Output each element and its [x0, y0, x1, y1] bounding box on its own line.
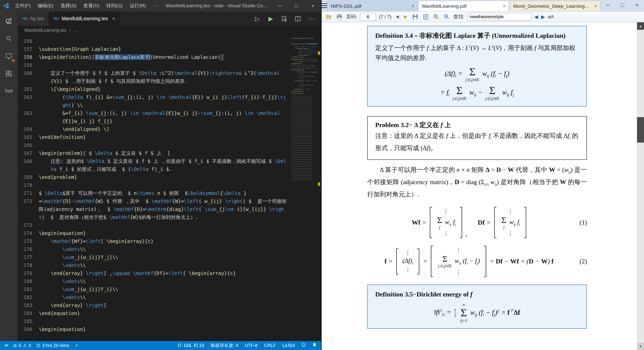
match-case-button[interactable]: aA	[548, 14, 554, 20]
code-line-162[interactable]: 162 (\Delta f)_{i} &=\sum_{j:(i, j) \in …	[18, 93, 289, 109]
find-previous-button[interactable]: ◀	[534, 14, 538, 20]
menu-item-3[interactable]: 查看(V)	[80, 0, 103, 12]
code-line-161[interactable]: 161 \[\begin{aligned}	[18, 85, 289, 93]
pdf-tab-ManifoldLearning.pdf[interactable]: ManifoldLearning.pdf×	[418, 1, 509, 11]
code-line-176[interactable]: 176 \vdots\\	[18, 245, 289, 253]
explorer-icon[interactable]	[1, 14, 16, 28]
close-tab-icon[interactable]: ×	[412, 3, 415, 9]
code-line-173[interactable]: 173	[18, 221, 289, 229]
code-line-165[interactable]: 165\end{definition}	[18, 133, 289, 141]
code-line-169[interactable]: 169\end{problem}	[18, 173, 289, 181]
code-line-178[interactable]: 178 \vdots\\	[18, 261, 289, 269]
breadcrumb-more[interactable]: …	[73, 28, 77, 33]
editor-tab-ManifoldLearning.tex[interactable]: TEXManifoldLearning.tex×	[49, 12, 120, 26]
code-line-167[interactable]: 167\begin{problem}[ $ \Delta $ 定义在 $ f $…	[18, 149, 289, 157]
back-button[interactable]: ◄	[395, 14, 400, 20]
close-tab-icon[interactable]: ×	[503, 3, 506, 9]
code-line-159[interactable]: 159	[18, 61, 289, 69]
search-icon[interactable]	[1, 32, 16, 46]
time-tracker[interactable]: 3 hrs 20 mins	[34, 341, 71, 350]
code-editor[interactable]: 156157\subsection{Graph Laplacian}158\be…	[18, 35, 321, 341]
code-line-185[interactable]: 185	[18, 317, 289, 325]
remote-indicator[interactable]: ><	[3, 341, 10, 350]
breadcrumb-file[interactable]: ManifoldLearning.tex	[25, 28, 66, 33]
pdf-close-button[interactable]: ×	[630, 0, 644, 10]
latex-workshop-icon[interactable]: TeX	[1, 84, 16, 98]
fit-page-icon[interactable]	[422, 13, 429, 21]
zoom-out-icon[interactable]	[432, 13, 440, 21]
save-icon[interactable]	[411, 13, 419, 21]
more-actions-button[interactable]: ⋯	[307, 15, 316, 23]
page-number-input[interactable]	[360, 13, 376, 21]
close-tab-icon[interactable]: ×	[112, 16, 115, 22]
eol-sequence[interactable]: CRLF	[264, 343, 276, 348]
print-icon[interactable]	[336, 13, 343, 21]
pdf-maximize-button[interactable]: □	[615, 0, 630, 10]
open-file-icon[interactable]	[325, 13, 333, 21]
find-next-button[interactable]: ▶	[541, 14, 545, 20]
menu-item-6[interactable]: ···	[149, 0, 161, 12]
minimize-button[interactable]: ─	[272, 0, 288, 12]
menu-item-4[interactable]: 转到(G)	[103, 0, 126, 12]
cursor-position[interactable]: 行 158, 列 33	[178, 342, 204, 348]
code-line-164[interactable]: 164 \end{aligned} \]	[18, 125, 289, 133]
code-line-171[interactable]: 171$ \Delta$算子 可以用一个半正定的 $ n\times n $ 矩…	[18, 189, 289, 197]
menu-item-0[interactable]: 文件(F)	[12, 0, 34, 12]
split-editor-button[interactable]	[294, 15, 302, 23]
find-input[interactable]	[467, 13, 531, 21]
pdf-tab-Monti_Geometric_Deep_Learning_CVPR_2...[interactable]: Monti_Geometric_Deep_Learning_CVPR_2...×	[509, 1, 600, 11]
maximize-button[interactable]: □	[288, 0, 305, 12]
scrollbar-thumb[interactable]	[637, 117, 644, 143]
code-line-174[interactable]: 174\begin{equation}	[18, 229, 289, 237]
code-line-183[interactable]: 183 \end{array} \right]	[18, 301, 289, 309]
extensions-icon[interactable]	[1, 67, 16, 81]
code-line-181[interactable]: 181 \sum_j{w_{ij}f_i}\\	[18, 285, 289, 293]
pdf-page: Definition 3.4－非标准化图 Laplace 算子 (Unnorma…	[322, 22, 637, 350]
encoding[interactable]: UTF-8	[245, 343, 257, 348]
zoom-in-icon[interactable]	[443, 13, 450, 21]
menu-item-1[interactable]: 编辑(E)	[34, 0, 57, 12]
code-line-182[interactable]: 182 \vdots\\	[18, 293, 289, 301]
menu-item-2[interactable]: 选择(S)	[57, 0, 80, 12]
build-latex-button[interactable]: ▶	[267, 15, 275, 23]
breadcrumb[interactable]: ManifoldLearning.tex › …	[18, 26, 321, 35]
pdf-scrollbar[interactable]: ▲ ▼	[637, 22, 644, 350]
close-button[interactable]: ×	[305, 0, 321, 12]
problems-indicator[interactable]: ⊘0 ⚠4	[11, 341, 33, 350]
code-line-179[interactable]: 179 \end{array} \right] ,\qquad \mathbf{…	[18, 269, 289, 277]
remote-explorer-icon[interactable]	[1, 49, 16, 63]
code-line-160[interactable]: 160 定义了一个作用于 $ f $ 上的算子 $ \Delta :L^2(\m…	[18, 69, 289, 85]
pdf-tab-NIPS-GDL.pdf[interactable]: NIPS-GDL.pdf×	[327, 1, 418, 11]
view-pdf-button[interactable]	[280, 15, 289, 23]
code-line-180[interactable]: 180 \vdots\\	[18, 277, 289, 285]
minimap[interactable]: \subsection{Graph Laplacian}\begin{defin…	[291, 37, 317, 181]
code-line-170[interactable]: 170	[18, 181, 289, 189]
code-line-177[interactable]: 177 \sum_j{w_{ij}f_j}\\	[18, 253, 289, 261]
code-line-156[interactable]: 156	[18, 37, 289, 45]
code-line-186[interactable]: 186\begin{equation}	[18, 325, 289, 333]
language-mode[interactable]: LaTeX	[282, 343, 295, 348]
latex-compile-status[interactable]: ✓	[73, 341, 80, 350]
code-line-168[interactable]: 168 注意: 这里的$ \Delta $ 定义是在 $ f $ 上 ，但是由于…	[18, 157, 289, 173]
definition-3-4-box: Definition 3.4－非标准化图 Laplace 算子 (Unnorma…	[367, 26, 587, 107]
editor-tab-hp.tex[interactable]: TEXhp.tex	[18, 12, 49, 26]
code-line-158[interactable]: 158\begin{definition}[非标准化图Laplace算子(Unn…	[18, 53, 289, 61]
forward-button[interactable]: ►	[403, 14, 409, 20]
close-tab-icon[interactable]: ×	[594, 3, 597, 9]
menu-icon[interactable]	[322, 0, 327, 11]
code-line-184[interactable]: 184\end{equation}	[18, 309, 289, 317]
code-lines[interactable]: 156157\subsection{Graph Laplacian}158\be…	[18, 37, 289, 333]
code-line-166[interactable]: 166	[18, 141, 289, 149]
code-line-157[interactable]: 157\subsection{Graph Laplacian}	[18, 45, 289, 53]
code-line-175[interactable]: 175 \mathbf{Wf}=\left[ \begin{array}{c}	[18, 237, 289, 245]
indentation[interactable]: 制表符长度: 4	[211, 342, 238, 348]
bell-icon[interactable]	[312, 343, 317, 348]
code-line-172[interactable]: 172=\mathbf{D}-\mathbf{W} $ 代替 ，其中 $ \ma…	[18, 197, 289, 221]
menu-item-5[interactable]: 运行(R)	[126, 0, 149, 12]
code-line-163[interactable]: 163 &=f_{i} \sum_{j:(i, j) \in \mathcal{…	[18, 109, 289, 125]
scroll-down-icon[interactable]: ▼	[637, 342, 644, 350]
pdf-minimize-button[interactable]: ─	[601, 0, 615, 10]
scroll-up-icon[interactable]: ▲	[637, 22, 644, 30]
run-latex-button[interactable]: ▷	[253, 15, 262, 23]
feedback-icon[interactable]	[302, 343, 306, 348]
